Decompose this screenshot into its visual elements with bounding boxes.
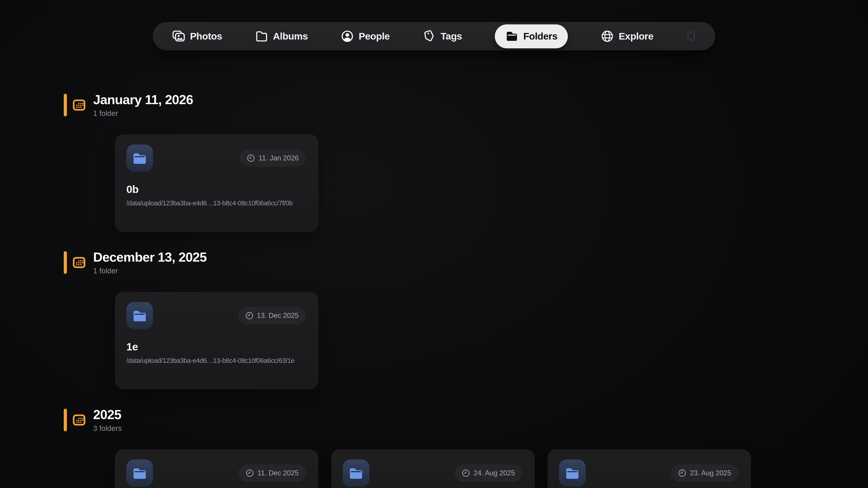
tab-label: Explore <box>619 31 653 42</box>
calendar-icon <box>73 99 86 111</box>
tab-label: People <box>359 31 390 42</box>
main-nav: Photos Albums People <box>153 22 715 51</box>
calendar-icon <box>73 414 86 426</box>
folder-tile-icon <box>343 459 369 487</box>
date-badge: 24. Aug 2025 <box>455 464 522 482</box>
folder-card-0b[interactable]: 11. Jan 2026 0b /data/upload/123ba3ba-e4… <box>115 134 318 232</box>
card-grid: 11. Jan 2026 0b /data/upload/123ba3ba-e4… <box>115 134 868 232</box>
section-count: 1 folder <box>93 109 193 118</box>
section-january-11-2026: January 11, 2026 1 folder <box>0 92 868 232</box>
clock-icon <box>678 469 686 477</box>
date-badge: 11. Dec 2025 <box>239 464 306 482</box>
folder-card[interactable]: 11. Dec 2025 <box>115 449 318 488</box>
header-text: 2025 3 folders <box>93 408 122 433</box>
folders-timeline: January 11, 2026 1 folder <box>0 92 868 488</box>
calendar-icon <box>73 257 86 268</box>
date-badge: 23. Aug 2025 <box>671 464 739 482</box>
folder-path: /data/upload/123ba3ba-e4d6…13-b8c4-08c10… <box>126 357 306 364</box>
section-header: 2025 3 folders <box>64 408 868 433</box>
folders-icon <box>505 30 519 43</box>
partial-next-tab-icon[interactable] <box>686 30 696 43</box>
section-header: December 13, 2025 1 folder <box>64 250 868 275</box>
section-header: January 11, 2026 1 folder <box>64 92 868 118</box>
section-december-13-2025: December 13, 2025 1 folder <box>0 250 868 389</box>
section-title: January 11, 2026 <box>93 92 193 107</box>
tab-label: Folders <box>523 31 557 42</box>
section-title: 2025 <box>93 408 122 422</box>
tab-people[interactable]: People <box>341 30 390 43</box>
date-label: 23. Aug 2025 <box>690 469 731 477</box>
tab-albums[interactable]: Albums <box>255 30 308 43</box>
clock-icon <box>462 469 470 477</box>
tab-label: Albums <box>273 31 308 42</box>
folder-tile-icon <box>559 459 586 487</box>
tab-label: Tags <box>440 31 462 42</box>
tab-tags[interactable]: Tags <box>423 30 462 43</box>
date-label: 13. Dec 2025 <box>257 312 299 320</box>
clock-icon <box>245 312 253 320</box>
section-count: 3 folders <box>93 424 122 433</box>
albums-icon <box>255 30 268 43</box>
clock-icon <box>247 154 255 162</box>
folder-name: 0b <box>126 183 306 195</box>
tab-photos[interactable]: Photos <box>172 30 222 43</box>
tab-explore[interactable]: Explore <box>600 30 653 43</box>
section-title: December 13, 2025 <box>93 250 207 264</box>
section-2025: 2025 3 folders <box>0 408 868 488</box>
folder-card[interactable]: 23. Aug 2025 <box>548 449 751 488</box>
folder-card-1e[interactable]: 13. Dec 2025 1e /data/upload/123ba3ba-e4… <box>115 292 318 389</box>
explore-icon <box>600 30 614 43</box>
photos-icon <box>172 30 185 43</box>
header-text: December 13, 2025 1 folder <box>93 250 207 275</box>
date-label: 24. Aug 2025 <box>473 469 515 477</box>
folder-path: /data/upload/123ba3ba-e4d6…13-b8c4-08c10… <box>126 199 306 207</box>
clock-icon <box>246 469 254 477</box>
tags-icon <box>423 30 436 43</box>
folder-card[interactable]: 24. Aug 2025 <box>331 449 535 488</box>
date-badge: 13. Dec 2025 <box>238 307 306 324</box>
section-count: 1 folder <box>93 267 207 275</box>
folder-tile-icon <box>126 459 153 487</box>
date-label: 11. Jan 2026 <box>258 154 299 162</box>
card-grid: 11. Dec 2025 <box>115 449 868 488</box>
card-grid: 13. Dec 2025 1e /data/upload/123ba3ba-e4… <box>115 292 868 389</box>
date-badge: 11. Jan 2026 <box>240 150 306 167</box>
date-label: 11. Dec 2025 <box>257 469 299 477</box>
accent-bar <box>64 409 67 431</box>
folder-tile-icon <box>126 302 153 329</box>
tab-folders[interactable]: Folders <box>495 24 568 48</box>
folder-name: 1e <box>126 340 306 353</box>
accent-bar <box>64 251 67 274</box>
tab-label: Photos <box>190 31 222 42</box>
nav-wrapper: Photos Albums People <box>0 0 868 51</box>
accent-bar <box>64 94 67 116</box>
folder-tile-icon <box>126 144 153 172</box>
header-text: January 11, 2026 1 folder <box>93 92 193 118</box>
people-icon <box>341 30 354 43</box>
